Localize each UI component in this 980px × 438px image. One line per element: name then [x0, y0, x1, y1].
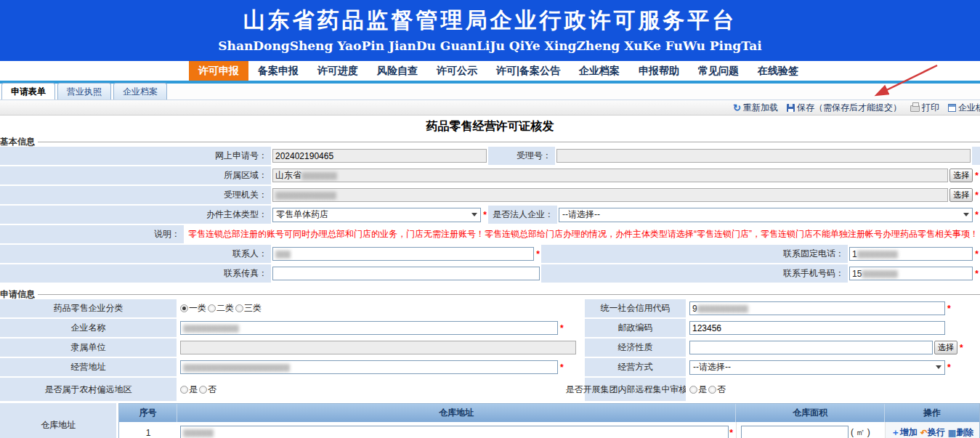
note-text: 零售连锁总部注册的账号可同时办理总部和门店的业务，门店无需注册账号！零售连锁总部…: [185, 228, 979, 240]
col-header-seq: 序号: [119, 404, 177, 422]
accept-no-input[interactable]: [556, 149, 971, 163]
organ-input[interactable]: ▓▓▓▓▓▓▓▓▓▓▓▓: [272, 188, 948, 202]
nav-license-declare[interactable]: 许可申报: [189, 61, 248, 81]
nav-license-record-notice[interactable]: 许可|备案公告: [487, 61, 570, 81]
tel-label: 联系固定电话：: [541, 245, 848, 263]
nav-faq[interactable]: 常见问题: [689, 61, 748, 81]
contact-input[interactable]: ▓▓▓: [272, 247, 534, 261]
online-no-input[interactable]: [272, 149, 487, 163]
nav-enterprise-archives[interactable]: 企业档案: [570, 61, 629, 81]
economy-input[interactable]: [689, 341, 933, 354]
credit-value-prefix: 9: [692, 304, 697, 314]
parent-unit-input[interactable]: [180, 341, 576, 354]
region-select-button[interactable]: 选择: [949, 169, 973, 182]
economy-label: 经济性质: [585, 338, 686, 357]
address-masked: ▓▓▓▓▓▓▓▓▓▓▓▓▓▓▓▓▓▓▓▓▓: [183, 363, 290, 372]
row-filler: [972, 147, 980, 165]
mobile-input[interactable]: 15 ▓▓▓▓▓▓▓: [849, 267, 973, 280]
delete-row-button[interactable]: ▦删除: [948, 426, 973, 438]
radio-class1[interactable]: [180, 304, 188, 312]
plus-icon: ＋: [891, 426, 900, 438]
organ-select-button[interactable]: 选择: [949, 188, 973, 202]
subject-type-select[interactable]: 零售单体药店: [272, 208, 481, 222]
fax-input[interactable]: [272, 267, 540, 280]
online-no-label: 网上申请号：: [0, 147, 271, 165]
chevron-down-icon: [471, 213, 477, 216]
print-button[interactable]: 打印: [910, 102, 939, 114]
warehouse-section: 仓库地址 序号 仓库地址 仓库面积 操作 1 ▓▓▓▓▓▓ * ( ㎡ ): [0, 403, 980, 438]
required-asterisk: *: [947, 362, 951, 373]
verify-label: 企业核验: [958, 102, 980, 114]
nav-license-publicity[interactable]: 许可公示: [427, 61, 487, 81]
tel-input[interactable]: 1 ▓▓▓▓▓▓▓▓: [849, 247, 973, 261]
credit-code-label: 统一社会信用代码: [585, 299, 686, 317]
tab-enterprise-archive[interactable]: 企业档案: [113, 83, 167, 100]
row-fax: 联系传真： 联系手机号码： 15 ▓▓▓▓▓▓▓ *: [0, 264, 980, 283]
nav-record-declare[interactable]: 备案申报: [248, 61, 308, 81]
site-subtitle: ShanDongSheng YaoPin JianDu GuanLiJu QiY…: [0, 38, 980, 53]
required-asterisk: *: [947, 304, 951, 314]
area-unit-label: ( ㎡ ): [851, 426, 870, 438]
rural-radio-group: 是 否: [180, 384, 218, 396]
row-accept-organ: 受理机关： ▓▓▓▓▓▓▓▓▓▓▓▓ 选择 *: [0, 186, 980, 204]
organ-label: 受理机关：: [0, 186, 271, 204]
save-button[interactable]: 保存（需保存后才能提交）: [787, 102, 902, 114]
col-header-area: 仓库面积: [736, 404, 885, 422]
economy-select-button[interactable]: 选择: [934, 341, 957, 354]
row-online-no: 网上申请号： 受理号：: [0, 147, 980, 165]
row-contact: 联系人： ▓▓▓ * 联系固定电话： 1 ▓▓▓▓▓▓▓▓ *: [0, 245, 980, 263]
add-row-button[interactable]: ＋增加: [891, 426, 918, 438]
subject-type-value: 零售单体药店: [276, 208, 328, 221]
mode-select[interactable]: --请选择--: [689, 360, 945, 375]
row-category-credit: 药品零售企业分类 一类 二类 三类 统一社会信用代码 9 ▓▓▓▓▓▓▓▓▓▓ …: [0, 299, 980, 317]
nav-declare-help[interactable]: 申报帮助: [629, 61, 689, 81]
nav-license-progress[interactable]: 许可进度: [308, 61, 368, 81]
radio-rural-no-label: 否: [208, 384, 216, 396]
warehouse-table: 序号 仓库地址 仓库面积 操作 1 ▓▓▓▓▓▓ * ( ㎡ ) ＋: [118, 403, 980, 438]
nav-online-verify[interactable]: 在线验签: [748, 61, 808, 81]
tel-value-masked: ▓▓▓▓▓▓▓▓: [857, 250, 898, 259]
warehouse-table-header: 序号 仓库地址 仓库面积 操作: [119, 404, 979, 422]
address-input[interactable]: ▓▓▓▓▓▓▓▓▓▓▓▓▓▓▓▓▓▓▓▓▓: [180, 360, 558, 374]
site-title: 山东省药品监督管理局企业行政许可服务平台: [0, 0, 980, 36]
required-asterisk: *: [975, 249, 979, 259]
radio-rural-no[interactable]: [199, 386, 207, 394]
wrap-arrow-icon: ↶: [920, 428, 928, 438]
radio-remote-no[interactable]: [708, 386, 716, 394]
tab-application-form[interactable]: 申请表单: [1, 83, 55, 100]
wrap-row-button[interactable]: ↶换行: [920, 426, 945, 438]
region-value-masked: ▓▓▓▓▓▓▓: [301, 171, 337, 180]
enterprise-verify-button[interactable]: 企业核验: [948, 102, 980, 114]
region-input[interactable]: 山东省 ▓▓▓▓▓▓▓: [272, 169, 948, 182]
credit-code-input[interactable]: 9 ▓▓▓▓▓▓▓▓▓▓: [689, 301, 945, 315]
nav-risk-selfcheck[interactable]: 风险自查: [368, 61, 427, 81]
tab-strip: 申请表单 营业执照 企业档案: [0, 84, 980, 100]
radio-class3-label: 三类: [244, 302, 262, 315]
required-asterisk: *: [560, 362, 564, 373]
row-address-mode: 经营地址 ▓▓▓▓▓▓▓▓▓▓▓▓▓▓▓▓▓▓▓▓▓ * 经营方式 --请选择-…: [0, 358, 980, 376]
category-radio-group: 一类 二类 三类: [180, 302, 263, 315]
postcode-input[interactable]: [689, 321, 945, 335]
radio-remote-no-label: 否: [717, 384, 726, 396]
tab-business-license[interactable]: 营业执照: [57, 83, 111, 100]
warehouse-area-input[interactable]: [741, 426, 849, 438]
contact-label: 联系人：: [0, 245, 271, 263]
radio-rural-yes[interactable]: [180, 386, 188, 394]
required-asterisk: *: [975, 210, 979, 220]
reload-button[interactable]: ↻ 重新加载: [733, 102, 778, 114]
legal-select[interactable]: --请选择--: [559, 208, 973, 222]
radio-class2[interactable]: [208, 304, 216, 312]
subject-type-label: 办件主体类型：: [0, 206, 271, 224]
row-unit-economy: 隶属单位 经济性质 选择 *: [0, 338, 980, 357]
row-rural-remote: 是否属于农村偏远地区 是 否 是否开展集团内部远程集中审核处方 是 否: [0, 378, 980, 401]
section-apply-label: 申请信息: [0, 288, 35, 301]
tel-value-prefix: 1: [852, 249, 857, 259]
radio-remote-yes[interactable]: [689, 386, 697, 394]
radio-class1-label: 一类: [189, 302, 206, 315]
warehouse-address-input[interactable]: ▓▓▓▓▓▓: [180, 426, 729, 438]
wrap-row-label: 换行: [928, 426, 945, 438]
radio-class3[interactable]: [235, 304, 243, 312]
section-basic-label: 基本信息: [0, 136, 35, 148]
required-asterisk: *: [975, 171, 979, 181]
company-name-input[interactable]: ▓▓▓▓▓▓▓▓▓▓▓: [180, 321, 558, 335]
